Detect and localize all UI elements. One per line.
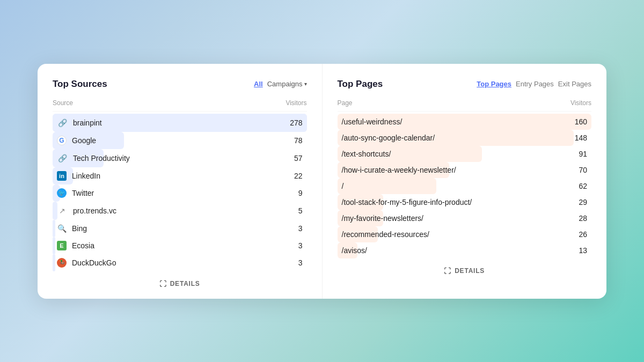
source-col-header: Source (53, 99, 73, 107)
exit-pages-control[interactable]: Exit Pages (558, 80, 591, 88)
page-visitors-recommended: 26 (579, 230, 587, 239)
page-row-avisos[interactable]: /avisos/ 13 (338, 242, 592, 258)
page-label-auto-sync: /auto-sync-google-calendar/ (342, 134, 435, 142)
panel-header-left: Top Sources All Campaigns ▾ (53, 79, 307, 90)
google-icon: G (57, 136, 67, 145)
source-label-duckduckgo: DuckDuckGo (72, 258, 116, 267)
pages-details-label: DETAILS (455, 267, 485, 275)
source-visitors-protrends: 5 (298, 206, 303, 215)
source-label-twitter: Twitter (72, 189, 94, 197)
row-left-newsletters: /my-favorite-newsletters/ (342, 214, 423, 223)
visitors-col-header: Visitors (286, 99, 306, 107)
page-row-recommended[interactable]: /recommended-resources/ 26 (338, 226, 592, 242)
top-pages-control[interactable]: Top Pages (477, 80, 511, 88)
page-label-avisos: /avisos/ (342, 246, 367, 255)
top-pages-title: Top Pages (338, 79, 383, 90)
row-left-newsletter: /how-i-curate-a-weekly-newsletter/ (342, 166, 456, 174)
row-left-tool-stack: /tool-stack-for-my-5-figure-info-product… (342, 198, 472, 206)
source-visitors-ecosia: 3 (298, 241, 303, 250)
expand-icon-pages: ⛶ (444, 267, 451, 275)
source-row-brainpint[interactable]: 🔗 brainpint 278 (53, 114, 307, 132)
link-icon: 🔗 (57, 117, 68, 128)
page-label-newsletters: /my-favorite-newsletters/ (342, 214, 423, 223)
page-row-auto-sync[interactable]: /auto-sync-google-calendar/ 148 (338, 130, 592, 146)
pages-table-header: Page Visitors (338, 99, 592, 112)
pages-table-body: /useful-weirdness/ 160 /auto-sync-google… (338, 114, 592, 258)
page-row-newsletters[interactable]: /my-favorite-newsletters/ 28 (338, 210, 592, 226)
row-left-root: / (342, 182, 344, 190)
page-label-tool-stack: /tool-stack-for-my-5-figure-info-product… (342, 198, 472, 206)
source-label-google: Google (72, 136, 96, 145)
panel-header-right: Top Pages Top Pages Entry Pages Exit Pag… (338, 79, 592, 90)
source-visitors-duckduckgo: 3 (298, 258, 303, 267)
top-sources-panel: Top Sources All Campaigns ▾ Source Visit… (38, 64, 323, 299)
sources-details-label: DETAILS (170, 280, 200, 287)
source-visitors-linkedin: 22 (294, 172, 303, 180)
pages-visitors-col-header: Visitors (570, 99, 591, 107)
campaigns-control[interactable]: Campaigns ▾ (267, 80, 307, 88)
page-visitors-text-shortcuts: 91 (579, 150, 587, 158)
linkedin-icon: in (57, 171, 67, 181)
sources-details-button[interactable]: ⛶ DETAILS (53, 280, 307, 288)
row-left-recommended: /recommended-resources/ (342, 230, 429, 239)
source-label-protrends: pro.trends.vc (73, 206, 116, 215)
source-row-bing[interactable]: 🔍 Bing 3 (53, 220, 307, 237)
row-left-twitter: 🐦 Twitter (57, 188, 94, 198)
page-row-useful-weirdness[interactable]: /useful-weirdness/ 160 (338, 114, 592, 130)
page-visitors-newsletter: 70 (579, 166, 587, 174)
page-row-root[interactable]: / 62 (338, 178, 592, 194)
source-visitors-google: 78 (294, 136, 303, 145)
page-visitors-auto-sync: 148 (575, 134, 587, 142)
main-card: Top Sources All Campaigns ▾ Source Visit… (38, 64, 606, 299)
source-label-ecosia: Ecosia (72, 241, 94, 250)
page-label-text-shortcuts: /text-shortcuts/ (342, 150, 391, 158)
row-left-text-shortcuts: /text-shortcuts/ (342, 150, 391, 158)
source-visitors-tech-productivity: 57 (294, 154, 303, 162)
page-visitors-useful-weirdness: 160 (575, 117, 587, 126)
page-label-useful-weirdness: /useful-weirdness/ (342, 117, 402, 126)
pages-details-button[interactable]: ⛶ DETAILS (338, 267, 592, 275)
top-pages-panel: Top Pages Top Pages Entry Pages Exit Pag… (323, 64, 607, 299)
row-left-google: G Google (57, 136, 96, 145)
page-visitors-avisos: 13 (579, 246, 587, 255)
source-row-ecosia[interactable]: E Ecosia 3 (53, 237, 307, 254)
page-row-tool-stack[interactable]: /tool-stack-for-my-5-figure-info-product… (338, 194, 592, 210)
source-label-brainpint: brainpint (73, 119, 102, 127)
page-row-text-shortcuts[interactable]: /text-shortcuts/ 91 (338, 146, 592, 162)
row-left-brainpint: 🔗 brainpint (57, 117, 102, 128)
row-left-useful-weirdness: /useful-weirdness/ (342, 117, 402, 126)
sources-controls: All Campaigns ▾ (254, 80, 306, 88)
pages-controls: Top Pages Entry Pages Exit Pages (477, 80, 591, 88)
trends-icon: ↗ (57, 205, 68, 216)
ecosia-icon: E (57, 241, 67, 250)
row-left-bing: 🔍 Bing (57, 224, 87, 233)
source-label-linkedin: LinkedIn (72, 172, 100, 180)
row-left-tech-productivity: 🔗 Tech Productivity (57, 153, 130, 164)
source-row-duckduckgo[interactable]: 🦆 DuckDuckGo 3 (53, 254, 307, 271)
row-left-ecosia: E Ecosia (57, 241, 94, 250)
source-visitors-twitter: 9 (298, 189, 303, 197)
source-visitors-brainpint: 278 (290, 119, 302, 127)
row-left-duckduckgo: 🦆 DuckDuckGo (57, 258, 116, 268)
bing-icon: 🔍 (57, 224, 67, 233)
page-label-recommended: /recommended-resources/ (342, 230, 429, 239)
source-row-linkedin[interactable]: in LinkedIn 22 (53, 167, 307, 184)
source-label-bing: Bing (72, 224, 87, 233)
twitter-icon: 🐦 (57, 188, 67, 198)
source-row-twitter[interactable]: 🐦 Twitter 9 (53, 184, 307, 202)
link-icon: 🔗 (57, 153, 68, 164)
page-row-newsletter[interactable]: /how-i-curate-a-weekly-newsletter/ 70 (338, 162, 592, 178)
source-row-protrends[interactable]: ↗ pro.trends.vc 5 (53, 202, 307, 220)
chevron-down-icon: ▾ (304, 81, 307, 87)
source-row-google[interactable]: G Google 78 (53, 132, 307, 149)
expand-icon: ⛶ (159, 280, 167, 288)
page-col-header: Page (338, 99, 353, 107)
row-left-avisos: /avisos/ (342, 246, 367, 255)
entry-pages-control[interactable]: Entry Pages (516, 80, 554, 88)
all-control[interactable]: All (254, 80, 263, 88)
sources-table-body: 🔗 brainpint 278 G Google 78 🔗 Tech Produ… (53, 114, 307, 271)
duckduckgo-icon: 🦆 (57, 258, 67, 268)
row-left-protrends: ↗ pro.trends.vc (57, 205, 116, 216)
source-row-tech-productivity[interactable]: 🔗 Tech Productivity 57 (53, 149, 307, 167)
page-label-newsletter: /how-i-curate-a-weekly-newsletter/ (342, 166, 456, 174)
